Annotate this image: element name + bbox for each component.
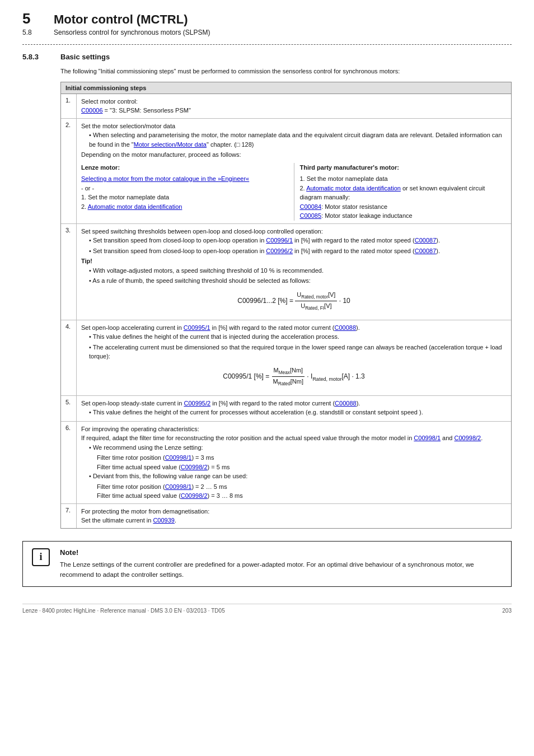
page: 5 Motor control (MCTRL) 5.8 Sensorless c… (0, 0, 534, 625)
row-2-title: Set the motor selection/motor data (81, 122, 507, 131)
row-3-title: Set speed switching thresholds between o… (81, 227, 507, 236)
row-5-num: 5. (61, 396, 77, 421)
c00998-2-link[interactable]: C00998/2 (455, 435, 481, 441)
page-footer: Lenze · 8400 protec HighLine · Reference… (22, 604, 512, 614)
row-6-range1: Filter time rotor position (C00998/1) = … (97, 482, 507, 492)
row-6-lenze-setting1: Filter time rotor position (C00998/1) = … (97, 453, 507, 463)
lenze-motor-line2: 1. Set the motor nameplate data (81, 193, 288, 202)
lenze-motor-line3: 2. Automatic motor data identification (81, 202, 288, 212)
row-4-content: Set open-loop accelerating current in C0… (77, 320, 511, 395)
row-2-two-col: Lenze motor: Selecting a motor from the … (81, 163, 507, 221)
fraction-mrated: MRated[Nm] (271, 377, 305, 388)
fraction-numerator: URated, motor[V] (295, 290, 337, 302)
c00939-link[interactable]: C00939 (153, 517, 175, 524)
section-heading: 5.8.3 Basic settings (22, 53, 512, 61)
auto-id-link-right[interactable]: Automatic motor data identification (306, 185, 401, 192)
c00996-2-link[interactable]: C00996/2 (266, 248, 293, 254)
row-5-title: Set open-loop steady-state current in C0… (81, 399, 507, 408)
row-6-sub1: If required, adapt the filter time for r… (81, 433, 507, 443)
section-num: 5.8.3 (22, 53, 49, 61)
third-party-line3: C00084: Motor stator resistance (300, 202, 507, 212)
c00996-1-link[interactable]: C00996/1 (266, 237, 293, 244)
table-row-7: 7. For protecting the motor from demagne… (61, 504, 511, 528)
note-box: i Note! The Lenze settings of the curren… (22, 541, 512, 587)
row-1-body-text: = "3: SLPSM: Sensorless PSM" (105, 107, 191, 114)
row-2-bullet1: • When selecting and parameterising the … (89, 130, 507, 149)
third-party-line2: 2. Automatic motor data identification o… (300, 184, 507, 202)
chapter-number: 5 (22, 10, 43, 27)
row-3-bullet2: • Set transition speed from closed-loop … (89, 246, 507, 256)
row-3-tip2: • As a rule of thumb, the speed switchin… (89, 276, 507, 286)
chapter-line: 5 Motor control (MCTRL) (22, 10, 512, 27)
row-2-content: Set the motor selection/motor data • Whe… (77, 119, 511, 223)
row-3-tip: Tip! (81, 256, 507, 266)
col-lenze: Lenze motor: Selecting a motor from the … (81, 163, 294, 221)
fraction-current: MMeax[Nm] MRated[Nm] (271, 366, 305, 388)
row-3-tip1: • With voltage-adjusted motors, a speed … (89, 266, 507, 276)
c00998-2-link3[interactable]: C00998/2 (181, 492, 208, 499)
row-6-content: For improving the operating characterist… (77, 422, 511, 503)
row-6-bullet2: • Deviant from this, the following value… (89, 472, 507, 481)
commissioning-table: Initial commissioning steps 1. Select mo… (60, 82, 512, 529)
sub-chapter-num: 5.8 (22, 29, 43, 36)
engineer-link[interactable]: Selecting a motor from the motor catalog… (81, 175, 249, 182)
c00088-link-2[interactable]: C00088 (335, 400, 357, 407)
c00995-2-link[interactable]: C00995/2 (184, 400, 210, 407)
row-6-title: For improving the operating characterist… (81, 424, 507, 434)
note-content: Note! The Lenze settings of the current … (60, 548, 502, 580)
row-1-content: Select motor control: C00006 = "3: SLPSM… (77, 94, 511, 118)
row-7-num: 7. (61, 504, 77, 528)
row-4-formula: C00995/1 [%] = MMeax[Nm] MRated[Nm] · IR… (81, 366, 507, 388)
c00998-2-link2[interactable]: C00998/2 (181, 464, 208, 470)
row-1-title: Select motor control: (81, 97, 507, 106)
c00088-link-1[interactable]: C00088 (335, 324, 357, 331)
auto-id-link-left[interactable]: Automatic motor data identification (88, 203, 182, 210)
c00087-link-2[interactable]: C00087 (415, 248, 437, 254)
section-title: Basic settings (60, 53, 110, 61)
footer-left: Lenze · 8400 protec HighLine · Reference… (22, 608, 225, 614)
row-6-bullet1: • We recommend using the Lenze setting: (89, 443, 507, 452)
third-party-title: Third party manufacturer's motor: (300, 163, 507, 172)
note-icon-container: i (32, 548, 52, 580)
note-title: Note! (60, 548, 502, 557)
section-divider (22, 44, 512, 45)
header-section: 5 Motor control (MCTRL) 5.8 Sensorless c… (22, 10, 512, 36)
row-3-formula: C00996/1...2 [%] = URated, motor[V] URat… (81, 290, 507, 312)
third-party-line1: 1. Set the motor nameplate data (300, 174, 507, 184)
table-row: 1. Select motor control: C00006 = "3: SL… (61, 94, 511, 119)
row-6-range2: Filter time actual speed value (C00998/2… (97, 491, 507, 501)
c00998-1-link3[interactable]: C00998/1 (165, 483, 192, 490)
info-icon: i (32, 548, 50, 566)
table-row-3: 3. Set speed switching thresholds betwee… (61, 224, 511, 320)
fraction-mmeax: MMeax[Nm] (272, 366, 305, 377)
row-5-bullet1: • This value defines the height of the c… (89, 408, 507, 417)
c00087-link-1[interactable]: C00087 (415, 237, 437, 244)
row-6-num: 6. (61, 422, 77, 503)
row-4-bullet1: • This value defines the height of the c… (89, 332, 507, 342)
footer-right: 203 (502, 608, 512, 614)
note-text: The Lenze settings of the current contro… (60, 560, 502, 580)
col-third-party: Third party manufacturer's motor: 1. Set… (294, 163, 507, 221)
lenze-motor-title: Lenze motor: (81, 163, 288, 172)
third-party-line4: C00085: Motor stator leakage inductance (300, 211, 507, 221)
row-7-body: Set the ultimate current in C00939. (81, 516, 507, 525)
row-3-num: 3. (61, 224, 77, 320)
table-row-5: 5. Set open-loop steady-state current in… (61, 396, 511, 422)
table-row-4: 4. Set open-loop accelerating current in… (61, 320, 511, 396)
table-row-2: 2. Set the motor selection/motor data • … (61, 119, 511, 224)
motor-selection-link[interactable]: Motor selection/Motor data (134, 141, 207, 148)
c00006-link[interactable]: C00006 (81, 107, 103, 114)
row-7-content: For protecting the motor from demagnetis… (77, 504, 511, 528)
row-4-bullet2: • The accelerating current must be dimen… (89, 343, 507, 361)
row-7-title: For protecting the motor from demagnetis… (81, 507, 507, 516)
c00084-link[interactable]: C00084 (300, 203, 322, 210)
c00995-1-link[interactable]: C00995/1 (184, 324, 210, 331)
c00998-1-link[interactable]: C00998/1 (414, 435, 441, 441)
c00085-link[interactable]: C00085 (300, 212, 322, 219)
row-6-lenze-setting2: Filter time actual speed value (C00998/2… (97, 463, 507, 472)
row-3-content: Set speed switching thresholds between o… (77, 224, 511, 320)
c00998-1-link2[interactable]: C00998/1 (165, 454, 192, 461)
row-2-num: 2. (61, 119, 77, 223)
row-4-num: 4. (61, 320, 77, 395)
row-2-depends: Depending on the motor manufacturer, pro… (81, 150, 507, 160)
